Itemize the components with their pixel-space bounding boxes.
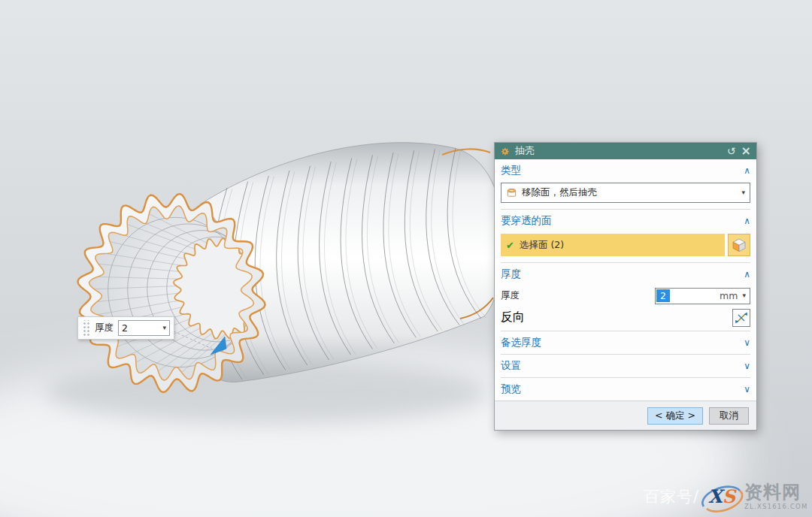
shell-dialog: 抽壳 ↺ × 类型 ∧ 移除面，然后抽壳 ▾ 要穿透的面	[494, 142, 757, 431]
section-header-alt-thickness[interactable]: 备选厚度 ∨	[501, 331, 750, 354]
gear-icon	[500, 147, 510, 156]
dialog-titlebar[interactable]: 抽壳 ↺ ×	[495, 143, 756, 159]
application-viewport: 厚度 2 ▾ 抽壳 ↺ × 类型 ∧	[0, 0, 812, 517]
section-header-preview[interactable]: 预览 ∨	[501, 377, 750, 401]
section-header-settings[interactable]: 设置 ∨	[501, 354, 750, 377]
chevron-down-icon: ▾	[162, 325, 166, 331]
drag-handle-icon[interactable]	[82, 320, 90, 337]
watermark-prefix: 百家号/	[644, 486, 699, 507]
chevron-down-icon: ∨	[744, 361, 750, 371]
chevron-up-icon: ∧	[744, 269, 750, 280]
section-label: 预览	[501, 382, 521, 396]
thickness-mini-value: 2	[122, 322, 162, 334]
watermark-brand: 资料网	[744, 483, 807, 501]
select-face-row[interactable]: ✔ 选择面 (2)	[501, 234, 725, 256]
svg-text:XS: XS	[708, 485, 737, 507]
reverse-direction-icon	[735, 311, 748, 325]
shell-type-dropdown[interactable]: 移除面，然后抽壳 ▾	[501, 183, 750, 203]
dialog-footer: < 确定 > 取消	[495, 401, 756, 430]
ok-button[interactable]: < 确定 >	[647, 407, 703, 425]
thickness-mini-input[interactable]: 2 ▾	[118, 320, 170, 336]
section-header-type[interactable]: 类型 ∧	[501, 159, 750, 182]
section-header-faces[interactable]: 要穿透的面 ∧	[501, 209, 750, 232]
section-label: 设置	[501, 359, 521, 373]
chevron-down-icon: ▾	[741, 189, 745, 196]
face-selection-cube-button[interactable]	[728, 234, 750, 256]
xs-logo-icon: XS	[696, 478, 749, 515]
chevron-down-icon: ∨	[744, 337, 750, 348]
reverse-direction-button[interactable]	[732, 309, 750, 327]
dialog-title: 抽壳	[515, 144, 722, 158]
section-label: 类型	[501, 164, 521, 177]
close-icon[interactable]: ×	[741, 145, 751, 157]
thickness-value: 2	[656, 289, 670, 302]
cancel-button[interactable]: 取消	[709, 407, 749, 425]
onscreen-thickness-toolbar[interactable]: 厚度 2 ▾	[77, 316, 174, 340]
watermark-domain: ZL.XS1616.COM	[744, 503, 807, 510]
watermark: 百家号/ XS 资料网 ZL.XS1616.COM	[644, 478, 807, 515]
section-label: 备选厚度	[501, 336, 541, 349]
shell-type-icon	[506, 187, 517, 198]
thickness-input[interactable]: 2 mm ▾	[655, 288, 750, 304]
chevron-up-icon: ∧	[744, 165, 750, 176]
section-label: 厚度	[501, 268, 521, 281]
section-label: 要穿透的面	[501, 214, 552, 228]
section-header-thickness[interactable]: 厚度 ∧	[501, 262, 750, 286]
check-icon: ✔	[506, 240, 514, 251]
select-face-label: 选择面 (2)	[520, 239, 564, 252]
thickness-unit: mm	[720, 290, 738, 301]
chevron-up-icon: ∧	[744, 216, 750, 226]
reverse-label: 反向	[501, 310, 525, 325]
chevron-down-icon: ∨	[744, 384, 750, 395]
reset-icon[interactable]: ↺	[727, 146, 736, 156]
thickness-field-label: 厚度	[501, 289, 520, 302]
chevron-down-icon[interactable]: ▾	[742, 292, 746, 299]
shell-type-value: 移除面，然后抽壳	[522, 186, 737, 199]
thickness-mini-label: 厚度	[95, 322, 114, 334]
cube-icon	[732, 237, 747, 252]
